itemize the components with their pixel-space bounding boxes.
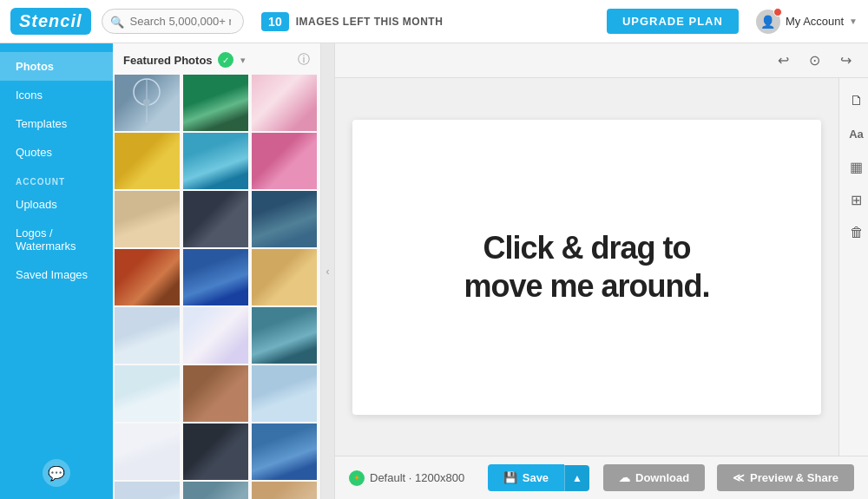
list-item[interactable] xyxy=(115,133,180,189)
redo-button[interactable]: ↪ xyxy=(833,49,858,73)
svg-point-2 xyxy=(143,99,150,106)
chat-button[interactable]: 💬 xyxy=(0,447,113,499)
undo-button[interactable]: ↩ xyxy=(771,49,795,73)
bottom-bar: ✦ Default · 1200x800 💾 Save ▲ ☁ Download… xyxy=(335,456,868,499)
download-button[interactable]: ☁ Download xyxy=(603,464,705,491)
redo-icon: ↪ xyxy=(840,52,852,69)
list-item[interactable] xyxy=(115,249,180,305)
photo-panel-header: Featured Photos ✓ ▾ ⓘ xyxy=(113,43,320,73)
list-item[interactable] xyxy=(183,191,248,247)
list-item[interactable] xyxy=(115,75,180,131)
list-item[interactable] xyxy=(115,365,180,422)
list-item[interactable] xyxy=(252,133,317,189)
grid-tool-button[interactable]: ⊞ xyxy=(843,186,869,213)
images-left-badge: 10 IMAGES LEFT THIS MONTH xyxy=(261,12,443,31)
logo: Stencil xyxy=(10,8,91,35)
trash-button[interactable]: 🗑 xyxy=(843,219,869,246)
clock-icon: ⊙ xyxy=(809,52,820,69)
canvas-preset: ✦ Default · 1200x800 xyxy=(349,470,464,486)
featured-photos-label: Featured Photos xyxy=(123,54,213,67)
list-item[interactable] xyxy=(183,75,248,131)
list-item[interactable] xyxy=(252,191,317,247)
main-layout: Photos Icons Templates Quotes ACCOUNT Up… xyxy=(0,43,868,499)
save-dropdown-button[interactable]: ▲ xyxy=(564,465,589,491)
list-item[interactable] xyxy=(115,191,180,247)
undo-icon: ↩ xyxy=(778,52,789,69)
chat-icon[interactable]: 💬 xyxy=(43,459,70,487)
list-item[interactable] xyxy=(252,249,317,305)
list-item[interactable] xyxy=(252,482,317,499)
list-item[interactable] xyxy=(252,307,317,364)
right-rail: 🗋 Aa ▦ ⊞ 🗑 xyxy=(838,78,868,456)
sidebar-item-saved-images[interactable]: Saved Images xyxy=(0,260,113,289)
canvas-toolbar: ↩ ⊙ ↪ xyxy=(335,43,868,78)
sidebar-item-uploads[interactable]: Uploads xyxy=(0,190,113,219)
list-item[interactable] xyxy=(115,482,180,499)
preset-dot: ✦ xyxy=(349,470,365,486)
layout-tool-button[interactable]: ▦ xyxy=(843,153,869,181)
preview-share-button[interactable]: ≪ Preview & Share xyxy=(717,464,854,491)
chevron-up-icon: ▲ xyxy=(572,472,582,484)
chat-bubble-icon: 💬 xyxy=(48,465,65,482)
photo-panel: Featured Photos ✓ ▾ ⓘ xyxy=(113,43,321,499)
chevron-left-icon: ‹ xyxy=(326,266,330,278)
list-item[interactable] xyxy=(252,365,317,422)
search-bar: 🔍 xyxy=(102,9,245,34)
images-left-label: IMAGES LEFT THIS MONTH xyxy=(296,16,444,28)
featured-green-icon: ✓ xyxy=(218,52,233,68)
star-icon: ✦ xyxy=(353,473,360,483)
chevron-down-icon: ▼ xyxy=(849,16,858,26)
list-item[interactable] xyxy=(115,423,180,480)
grid-icon: ⊞ xyxy=(851,192,862,208)
layout-icon: ▦ xyxy=(850,159,863,175)
list-item[interactable] xyxy=(183,482,248,499)
sidebar-item-templates[interactable]: Templates xyxy=(0,109,113,138)
save-floppy-icon: 💾 xyxy=(503,471,517,484)
notification-dot xyxy=(773,8,782,16)
canvas[interactable]: Click & drag to move me around. xyxy=(352,120,821,415)
account-menu[interactable]: 👤 My Account ▼ xyxy=(756,10,858,34)
page-icon: 🗋 xyxy=(850,93,864,108)
account-label: My Account xyxy=(786,15,844,28)
download-icon: ☁ xyxy=(619,471,630,484)
list-item[interactable] xyxy=(115,307,180,364)
list-item[interactable] xyxy=(183,133,248,189)
list-item[interactable] xyxy=(183,249,248,305)
text-icon: Aa xyxy=(849,128,864,141)
page-tool-button[interactable]: 🗋 xyxy=(843,87,869,115)
text-tool-button[interactable]: Aa xyxy=(843,120,869,148)
avatar: 👤 xyxy=(756,10,780,34)
search-icon: 🔍 xyxy=(110,15,124,28)
list-item[interactable] xyxy=(183,423,248,480)
sidebar-item-photos[interactable]: Photos xyxy=(0,52,113,81)
sidebar-item-logos-watermarks[interactable]: Logos / Watermarks xyxy=(0,219,113,260)
sidebar-nav: Photos Icons Templates Quotes ACCOUNT Up… xyxy=(0,43,113,298)
share-icon: ≪ xyxy=(733,471,745,484)
list-item[interactable] xyxy=(183,307,248,364)
preset-label: Default · 1200x800 xyxy=(370,471,464,484)
history-button[interactable]: ⊙ xyxy=(802,49,826,73)
photo-grid xyxy=(113,73,320,499)
list-item[interactable] xyxy=(252,423,317,480)
trash-icon: 🗑 xyxy=(850,225,864,240)
save-button-group: 💾 Save ▲ xyxy=(488,464,589,491)
header: Stencil 🔍 10 IMAGES LEFT THIS MONTH UPGR… xyxy=(0,0,868,43)
sidebar-item-quotes[interactable]: Quotes xyxy=(0,138,113,167)
list-item[interactable] xyxy=(252,75,317,131)
sidebar: Photos Icons Templates Quotes ACCOUNT Up… xyxy=(0,43,113,499)
images-count: 10 xyxy=(261,12,289,31)
list-item[interactable] xyxy=(183,365,248,422)
canvas-main-text: Click & drag to move me around. xyxy=(464,229,709,304)
sidebar-item-icons[interactable]: Icons xyxy=(0,81,113,109)
featured-info-icon[interactable]: ⓘ xyxy=(298,52,310,68)
save-button[interactable]: 💾 Save xyxy=(488,464,564,491)
featured-chevron-icon[interactable]: ▾ xyxy=(240,55,246,66)
canvas-wrapper[interactable]: Click & drag to move me around. xyxy=(335,78,838,456)
panel-collapse-handle[interactable]: ‹ xyxy=(321,43,335,499)
upgrade-plan-button[interactable]: UPGRADE PLAN xyxy=(607,9,739,34)
account-section-label: ACCOUNT xyxy=(0,167,113,190)
